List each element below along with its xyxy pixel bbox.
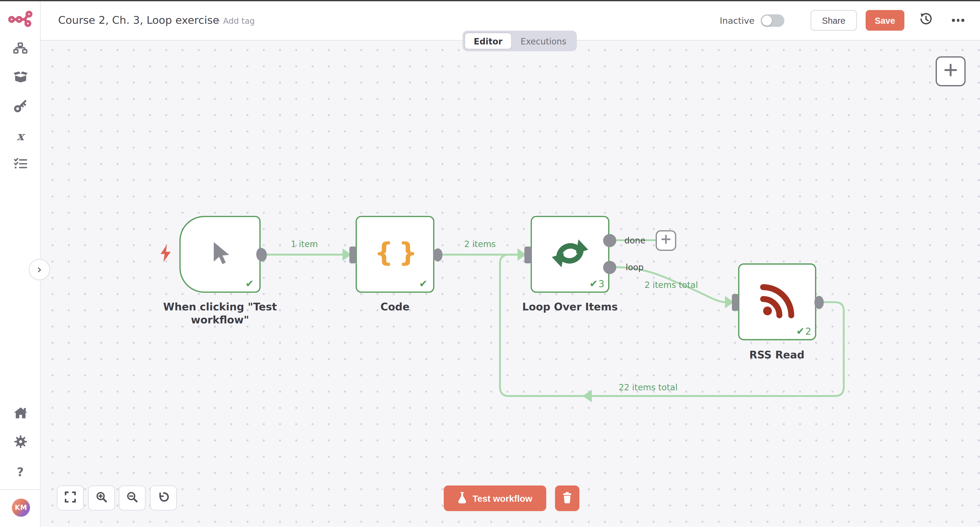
undo-icon: [157, 491, 169, 505]
rss-run-count: 2: [805, 326, 811, 337]
node-label-trigger: When clicking "Test workflow": [158, 300, 283, 327]
save-button[interactable]: Save: [865, 10, 905, 31]
add-node-button[interactable]: [935, 56, 966, 86]
rss-success-check-icon: ✔2: [796, 325, 811, 337]
loop-success-check-icon: ✔3: [590, 278, 605, 290]
executions-icon: [14, 157, 27, 172]
sidebar-item-settings[interactable]: [10, 436, 30, 450]
sidebar-item-credentials[interactable]: [10, 100, 30, 114]
workflow-canvas[interactable]: [41, 41, 980, 527]
more-options-button[interactable]: [951, 16, 966, 24]
app-window: x: [0, 0, 980, 527]
code-braces-icon: { }: [375, 237, 415, 271]
trash-icon: [562, 492, 573, 505]
plus-icon: [661, 235, 671, 246]
chevron-right-icon: ›: [37, 263, 42, 275]
tab-editor[interactable]: Editor: [465, 32, 512, 49]
edge-label-2-items: 2 items: [464, 239, 496, 249]
inactive-label: Inactive: [720, 15, 754, 25]
fit-view-button[interactable]: [57, 485, 84, 510]
help-icon: ?: [17, 465, 24, 479]
zoom-in-button[interactable]: [88, 485, 115, 510]
zoom-in-icon: [95, 491, 107, 505]
templates-icon: [13, 71, 28, 86]
node-trigger[interactable]: ✔: [180, 216, 261, 293]
node-code[interactable]: { } ✔: [355, 216, 434, 293]
version-history-button[interactable]: [918, 13, 933, 28]
add-tag-button[interactable]: + Add tag: [214, 16, 255, 26]
zoom-out-button[interactable]: [119, 485, 145, 510]
loop-input-connector[interactable]: [525, 246, 531, 264]
rss-output-connector[interactable]: [815, 296, 824, 309]
edge-label-2-items-total: 2 items total: [644, 280, 698, 290]
code-output-connector[interactable]: [433, 248, 442, 261]
node-label-loop: Loop Over Items: [501, 300, 639, 314]
window-top-edge: [0, 0, 980, 1]
code-input-connector[interactable]: [349, 246, 356, 264]
avatar-initials: KM: [15, 503, 27, 512]
more-options-icon: [952, 19, 955, 22]
port-label-loop: loop: [625, 262, 644, 272]
sidebar-item-home[interactable]: [10, 407, 30, 421]
sidebar-expand-button[interactable]: ›: [29, 259, 50, 280]
share-button[interactable]: Share: [811, 10, 857, 31]
workflow-title[interactable]: Course 2, Ch. 3, Loop exercise: [58, 14, 219, 26]
loop-run-count: 3: [598, 278, 605, 290]
rss-icon: [760, 283, 795, 321]
credentials-icon: [14, 99, 27, 115]
loop-output-done-connector[interactable]: [603, 234, 616, 247]
n8n-logo-icon[interactable]: [8, 10, 33, 30]
cursor-icon: [209, 241, 231, 268]
edge-label-1-item: 1 item: [291, 239, 318, 249]
trigger-output-connector[interactable]: [258, 248, 267, 261]
fit-view-icon: [64, 491, 76, 505]
run-bar: Test workflow: [444, 485, 579, 511]
tab-executions[interactable]: Executions: [512, 32, 575, 49]
sidebar-item-workflows[interactable]: [10, 43, 30, 56]
node-label-code: Code: [345, 300, 445, 314]
trigger-bolt-icon: [160, 245, 172, 265]
sidebar-item-templates[interactable]: [10, 71, 30, 85]
test-workflow-label: Test workflow: [473, 493, 532, 503]
plus-icon: [944, 63, 958, 80]
active-toggle[interactable]: [761, 14, 784, 27]
zoom-out-icon: [126, 491, 138, 505]
trigger-success-check-icon: ✔: [245, 278, 254, 290]
add-node-after-done-button[interactable]: [655, 230, 676, 251]
home-icon: [14, 407, 27, 422]
variables-icon: x: [17, 129, 24, 142]
sidebar-item-help[interactable]: ?: [10, 465, 30, 479]
edge-label-22-items-total: 22 items total: [619, 382, 678, 392]
toggle-knob-icon: [762, 15, 772, 25]
sidebar-divider: [0, 489, 41, 490]
workflows-icon: [13, 42, 27, 57]
view-tabs: Editor Executions: [463, 31, 577, 51]
sidebar-item-variables[interactable]: x: [10, 129, 30, 142]
node-rss-read[interactable]: ✔2: [738, 264, 816, 340]
delete-workflow-run-button[interactable]: [555, 485, 579, 511]
rss-input-connector[interactable]: [732, 294, 739, 311]
settings-icon: [14, 435, 27, 451]
node-label-rss: RSS Read: [721, 348, 833, 362]
test-workflow-button[interactable]: Test workflow: [444, 485, 546, 511]
avatar[interactable]: KM: [12, 499, 30, 517]
canvas-controls: [57, 485, 177, 510]
port-label-done: done: [625, 235, 646, 245]
flask-icon: [458, 492, 467, 505]
loop-sync-icon: [551, 234, 590, 275]
code-success-check-icon: ✔: [419, 278, 428, 290]
node-loop-over-items[interactable]: ✔3: [531, 216, 609, 293]
reset-zoom-button[interactable]: [150, 485, 177, 510]
sidebar-item-executions[interactable]: [10, 158, 30, 171]
history-clock-icon: [919, 13, 932, 28]
loop-output-loop-connector[interactable]: [603, 261, 616, 274]
